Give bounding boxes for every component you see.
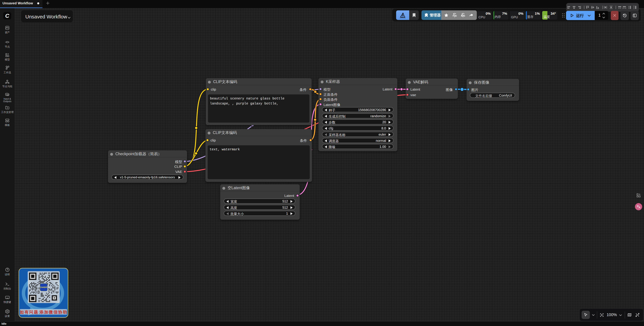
svg-text:添加微信协助: 添加微信协助 xyxy=(39,310,68,314)
svg-text:ComfyUI: ComfyUI xyxy=(40,286,47,288)
svg-text:如有问题: 如有问题 xyxy=(20,310,38,314)
